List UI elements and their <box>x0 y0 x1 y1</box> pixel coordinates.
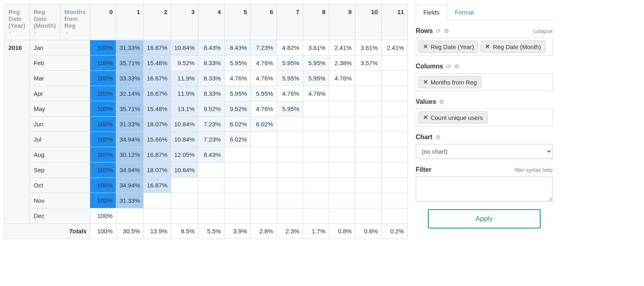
col-header-6[interactable]: 6 <box>250 4 277 40</box>
data-cell: 4.82% <box>277 40 303 56</box>
data-cell: 16.87% <box>143 40 171 56</box>
col-header-11[interactable]: 11 <box>381 4 407 40</box>
col-header-2[interactable]: 2 <box>143 4 171 40</box>
gear-icon[interactable]: ⚙ <box>439 99 444 105</box>
filter-help-link[interactable]: filter syntax help <box>515 167 553 173</box>
row-header-0[interactable]: RegDate(Year)↑ <box>4 4 30 40</box>
data-cell: 100% <box>90 163 116 178</box>
refresh-icon[interactable]: ⟳ <box>446 63 451 70</box>
data-cell: 11.9% <box>171 86 198 101</box>
data-cell: 13.1% <box>171 101 198 117</box>
rows-drop-area[interactable]: ✕Reg Date (Year)✕Reg Date (Month) <box>416 38 553 56</box>
month-cell-jan[interactable]: Jan <box>29 40 90 56</box>
data-cell <box>303 101 329 117</box>
month-cell-oct[interactable]: Oct <box>29 178 90 193</box>
row-header-1[interactable]: RegDate(Month)↑ <box>29 4 60 40</box>
data-cell <box>329 163 355 178</box>
month-cell-aug[interactable]: Aug <box>29 147 90 163</box>
data-cell <box>381 117 407 132</box>
data-cell: 100% <box>90 86 116 101</box>
data-cell: 11.9% <box>171 71 198 86</box>
month-cell-dec[interactable]: Dec <box>29 208 90 224</box>
data-cell <box>277 178 303 193</box>
apply-button[interactable]: Apply <box>428 209 541 228</box>
gear-icon[interactable]: ⚙ <box>444 28 449 34</box>
columns-drop-area[interactable]: ✕Months from Reg <box>416 73 553 91</box>
data-cell <box>355 193 381 208</box>
data-cell: 31.33% <box>116 117 144 132</box>
year-cell[interactable]: 2016 <box>4 40 30 224</box>
gear-icon[interactable]: ⚙ <box>454 63 460 70</box>
data-cell: 5.95% <box>303 56 329 71</box>
totals-cell: 1.7% <box>303 224 329 239</box>
gear-icon[interactable]: ⚙ <box>436 134 441 140</box>
data-cell <box>355 117 381 132</box>
data-cell: 2.41% <box>381 40 407 56</box>
field-pill[interactable]: ✕Count unique users <box>419 111 487 123</box>
close-icon[interactable]: ✕ <box>485 43 490 50</box>
refresh-icon[interactable]: ⟳ <box>436 28 441 34</box>
month-cell-nov[interactable]: Nov <box>29 193 90 208</box>
values-drop-area[interactable]: ✕Count unique users <box>416 109 553 126</box>
data-cell: 5.95% <box>277 71 303 86</box>
data-cell: 4.76% <box>303 86 329 101</box>
data-cell <box>355 71 381 86</box>
col-header-5[interactable]: 5 <box>224 4 250 40</box>
data-cell <box>224 208 250 224</box>
columns-title: Columns <box>416 63 443 70</box>
data-cell: 4.76% <box>224 71 250 86</box>
field-pill[interactable]: ✕Reg Date (Year) <box>419 41 479 53</box>
totals-cell: 3.9% <box>224 224 250 239</box>
month-cell-sep[interactable]: Sep <box>29 163 90 178</box>
data-cell <box>329 117 355 132</box>
tab-format[interactable]: Format <box>447 4 482 20</box>
month-cell-feb[interactable]: Feb <box>29 56 90 71</box>
close-icon[interactable]: ✕ <box>423 114 428 121</box>
totals-cell: 0.6% <box>355 224 381 239</box>
data-cell: 18.07% <box>143 117 171 132</box>
totals-cell: 2.8% <box>250 224 277 239</box>
totals-cell: 100% <box>90 224 116 239</box>
data-cell: 32.14% <box>116 86 144 101</box>
data-cell <box>381 178 407 193</box>
col-header-10[interactable]: 10 <box>355 4 381 40</box>
data-cell: 8.33% <box>198 56 224 71</box>
data-cell <box>143 208 171 224</box>
month-cell-jul[interactable]: Jul <box>29 132 90 147</box>
data-cell <box>171 193 198 208</box>
data-cell: 16.87% <box>143 147 171 163</box>
pill-label: Count unique users <box>431 114 483 121</box>
data-cell <box>277 132 303 147</box>
col-header-1[interactable]: 1 <box>116 4 144 40</box>
data-cell: 15.48% <box>143 56 171 71</box>
data-cell <box>116 208 144 224</box>
data-cell <box>355 86 381 101</box>
col-header-4[interactable]: 4 <box>198 4 224 40</box>
col-header-0[interactable]: 0 <box>90 4 116 40</box>
col-header-8[interactable]: 8 <box>303 4 329 40</box>
month-cell-mar[interactable]: Mar <box>29 71 90 86</box>
col-header-9[interactable]: 9 <box>329 4 355 40</box>
col-header-7[interactable]: 7 <box>277 4 303 40</box>
tab-fields[interactable]: Fields <box>416 4 447 20</box>
chart-select[interactable]: (no chart) <box>416 144 553 159</box>
field-pill[interactable]: ✕Reg Date (Month) <box>481 41 545 53</box>
col-header-3[interactable]: 3 <box>171 4 198 40</box>
month-cell-may[interactable]: May <box>29 101 90 117</box>
data-cell <box>355 178 381 193</box>
filter-input[interactable] <box>416 177 553 202</box>
data-cell: 8.33% <box>198 71 224 86</box>
month-cell-jun[interactable]: Jun <box>29 117 90 132</box>
close-icon[interactable]: ✕ <box>423 43 428 50</box>
rows-collapse-link[interactable]: collapse <box>533 28 553 34</box>
totals-cell: 5.5% <box>198 224 224 239</box>
data-cell: 5.95% <box>277 56 303 71</box>
row-header-2[interactable]: MonthsfromReg← <box>60 4 90 40</box>
data-cell: 10.84% <box>171 132 198 147</box>
data-cell: 2.38% <box>329 56 355 71</box>
field-pill[interactable]: ✕Months from Reg <box>419 76 481 88</box>
data-cell <box>355 147 381 163</box>
month-cell-apr[interactable]: Apr <box>29 86 90 101</box>
close-icon[interactable]: ✕ <box>423 78 428 86</box>
data-cell <box>355 208 381 224</box>
